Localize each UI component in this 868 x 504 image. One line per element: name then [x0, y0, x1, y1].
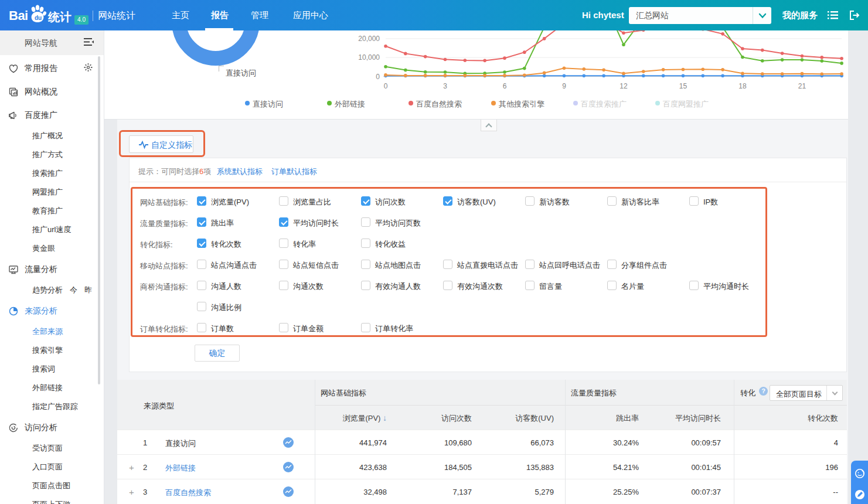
- customer-service-widget[interactable]: [851, 461, 868, 504]
- sidebar-item-2[interactable]: 百度推广: [0, 106, 97, 125]
- checkbox-checked[interactable]: [279, 217, 288, 227]
- checkbox-unchecked[interactable]: [361, 281, 370, 290]
- right-scroll-gutter: [848, 30, 868, 504]
- checkbox-unchecked[interactable]: [279, 323, 288, 332]
- checkbox-unchecked[interactable]: [607, 281, 617, 290]
- confirm-button[interactable]: 确定: [195, 345, 240, 362]
- checkbox-unchecked[interactable]: [197, 323, 206, 332]
- nav-3[interactable]: 管理: [251, 10, 268, 21]
- checkbox-unchecked[interactable]: [525, 260, 535, 269]
- feedback-pen-icon[interactable]: [854, 489, 866, 500]
- sidebar-item-14[interactable]: 搜索引擎: [0, 341, 97, 360]
- checkbox-unchecked[interactable]: [525, 281, 535, 290]
- trend-icon[interactable]: [283, 462, 294, 475]
- checkbox-checked[interactable]: [197, 196, 206, 206]
- sidebar-item-20[interactable]: 入口页面: [0, 458, 97, 476]
- checkbox-unchecked[interactable]: [689, 196, 699, 206]
- checkbox-unchecked[interactable]: [279, 281, 288, 290]
- gear-icon[interactable]: [84, 63, 93, 74]
- checkbox-checked[interactable]: [197, 217, 206, 227]
- source-name[interactable]: 百度自然搜索: [165, 488, 211, 498]
- checkbox-unchecked[interactable]: [197, 281, 206, 290]
- trend-icon[interactable]: [283, 486, 294, 499]
- cell-visits: 109,680: [444, 438, 472, 447]
- x-axis-label: 18: [731, 82, 754, 90]
- checkbox-unchecked[interactable]: [689, 281, 699, 290]
- checkbox-unchecked[interactable]: [361, 239, 370, 248]
- col-uv[interactable]: 访客数(UV): [515, 413, 554, 424]
- trend-icon[interactable]: [283, 437, 294, 450]
- checkbox-unchecked[interactable]: [197, 302, 206, 311]
- site-select-dropdown[interactable]: 汇总网站: [629, 7, 771, 24]
- sidebar-item-15[interactable]: 搜索词: [0, 360, 97, 379]
- sidebar-item-18[interactable]: 访问分析: [0, 418, 97, 437]
- checkbox-checked[interactable]: [197, 239, 206, 248]
- metric-row-5: 商桥沟通指标:沟通人数沟通次数有效沟通人数有效沟通次数留言量名片量平均沟通时长: [130, 275, 846, 297]
- checkbox-checked[interactable]: [361, 196, 370, 206]
- checkbox-unchecked[interactable]: [361, 260, 370, 269]
- col-visits[interactable]: 访问次数: [441, 413, 472, 424]
- sidebar-item-12[interactable]: 来源分析: [0, 302, 97, 321]
- checkbox-checked[interactable]: [443, 196, 452, 206]
- checkbox-unchecked[interactable]: [197, 260, 206, 269]
- header-divider: [93, 11, 93, 21]
- sidebar-item-6[interactable]: 网盟推广: [0, 183, 97, 202]
- sidebar-item-22[interactable]: 页面上下游: [0, 495, 97, 504]
- source-name[interactable]: 外部链接: [165, 463, 196, 474]
- conversion-goal-select[interactable]: 全部页面目标: [770, 385, 843, 401]
- sidebar-item-21[interactable]: 页面点击图: [0, 476, 97, 495]
- expand-icon[interactable]: +: [129, 462, 134, 472]
- sidebar-item-8[interactable]: 推广url速度: [0, 220, 97, 239]
- col-duration[interactable]: 平均访问时长: [675, 413, 721, 424]
- expand-icon[interactable]: +: [129, 487, 134, 497]
- sidebar-item-16[interactable]: 外部链接: [0, 379, 97, 397]
- custom-metrics-button[interactable]: 自定义指标: [129, 135, 193, 153]
- checkbox-unchecked[interactable]: [443, 281, 452, 290]
- col-pv[interactable]: 浏览量(PV) ↓: [342, 413, 387, 424]
- checkbox-unchecked[interactable]: [443, 260, 452, 269]
- x-axis-label: 3: [433, 82, 457, 90]
- sidebar-item-7[interactable]: 教育推广: [0, 202, 97, 220]
- help-icon[interactable]: ?: [759, 387, 768, 396]
- nav-4[interactable]: 应用中心: [293, 10, 328, 21]
- sidebar-item-13[interactable]: 全部来源: [0, 322, 97, 341]
- sidebar-item-17[interactable]: 指定广告跟踪: [0, 397, 97, 416]
- checkbox-unchecked[interactable]: [279, 260, 288, 269]
- checkbox-unchecked[interactable]: [279, 196, 288, 206]
- sidebar-item-3[interactable]: 推广概况: [0, 127, 97, 145]
- sidebar-item-9[interactable]: 黄金眼: [0, 239, 97, 258]
- col-bounce[interactable]: 跳出率: [616, 413, 639, 424]
- chart-collapse-button[interactable]: [481, 120, 497, 131]
- sidebar-scrollbar[interactable]: [98, 56, 100, 384]
- sidebar-item-1[interactable]: 网站概况: [0, 83, 97, 101]
- checkbox-unchecked[interactable]: [361, 217, 370, 227]
- col-conversions[interactable]: 转化次数: [808, 413, 838, 424]
- checkbox-unchecked[interactable]: [361, 323, 370, 332]
- menu-list-icon[interactable]: [828, 11, 838, 22]
- nav-2[interactable]: 报告: [211, 10, 229, 21]
- sidebar-item-0[interactable]: 常用报告: [0, 59, 97, 78]
- nav-1[interactable]: 主页: [172, 10, 189, 21]
- sidebar-item-5[interactable]: 搜索推广: [0, 164, 97, 183]
- legend-dot: [655, 101, 660, 105]
- sidebar-item-10[interactable]: 流量分析: [0, 260, 97, 279]
- checkbox-unchecked[interactable]: [279, 239, 288, 248]
- service-smiley-icon[interactable]: [854, 468, 866, 479]
- sidebar-item-19[interactable]: 受访页面: [0, 439, 97, 458]
- checkbox-unchecked[interactable]: [607, 260, 617, 269]
- sidebar-item-4[interactable]: 推广方式: [0, 145, 97, 164]
- x-axis-label: 21: [790, 82, 813, 90]
- tab-order-default[interactable]: 订单默认指标: [271, 166, 317, 177]
- checkbox-unchecked[interactable]: [525, 196, 535, 206]
- cell-bounce: 54.21%: [613, 463, 639, 472]
- y-axis-label: 10,000: [345, 53, 380, 62]
- line-chart: [104, 30, 848, 120]
- sidebar-collapse-icon[interactable]: [84, 38, 94, 49]
- logout-icon[interactable]: [849, 11, 860, 22]
- my-services-link[interactable]: 我的服务: [782, 10, 818, 21]
- sidebar-item-11[interactable]: 趋势分析今昨: [0, 281, 97, 299]
- table-row-2: +2外部链接423,638184,505135,88354.21%00:01:4…: [117, 454, 847, 479]
- checkbox-unchecked[interactable]: [607, 196, 617, 206]
- metrics-panel: 提示：可同时选择6项 系统默认指标 订单默认指标 网站基础指标:浏览量(PV)浏…: [129, 158, 847, 372]
- tab-system-default[interactable]: 系统默认指标: [217, 166, 263, 177]
